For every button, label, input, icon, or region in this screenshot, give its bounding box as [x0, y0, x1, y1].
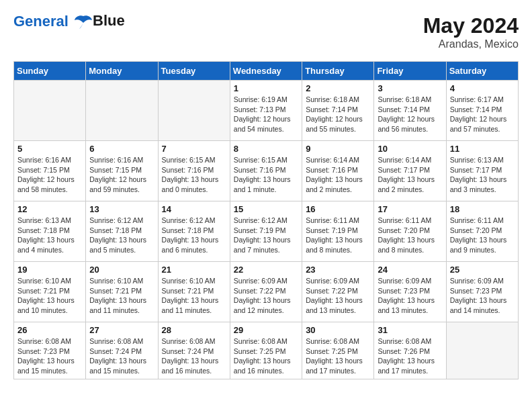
- day-number: 12: [17, 204, 82, 214]
- day-info: Sunrise: 6:08 AM Sunset: 7:25 PM Dayligh…: [234, 336, 298, 376]
- calendar-cell: 23Sunrise: 6:09 AM Sunset: 7:22 PM Dayli…: [302, 262, 374, 322]
- day-info: Sunrise: 6:16 AM Sunset: 7:15 PM Dayligh…: [89, 155, 154, 195]
- logo: General Blue: [13, 13, 125, 30]
- day-info: Sunrise: 6:12 AM Sunset: 7:18 PM Dayligh…: [162, 216, 226, 255]
- header-thursday: Thursday: [302, 62, 374, 81]
- logo-text: General Blue: [13, 13, 125, 30]
- day-info: Sunrise: 6:14 AM Sunset: 7:17 PM Dayligh…: [378, 155, 442, 195]
- calendar-cell: 9Sunrise: 6:14 AM Sunset: 7:16 PM Daylig…: [302, 141, 374, 201]
- day-number: 29: [234, 325, 298, 335]
- calendar-cell: 14Sunrise: 6:12 AM Sunset: 7:18 PM Dayli…: [158, 201, 230, 262]
- day-number: 11: [450, 144, 515, 154]
- calendar-cell: 15Sunrise: 6:12 AM Sunset: 7:19 PM Dayli…: [230, 201, 302, 262]
- calendar-header-row: SundayMondayTuesdayWednesdayThursdayFrid…: [14, 62, 519, 81]
- location-title: Arandas, Mexico: [423, 38, 519, 50]
- day-info: Sunrise: 6:09 AM Sunset: 7:23 PM Dayligh…: [378, 276, 442, 316]
- calendar-cell: 26Sunrise: 6:08 AM Sunset: 7:23 PM Dayli…: [14, 322, 86, 379]
- day-info: Sunrise: 6:16 AM Sunset: 7:15 PM Dayligh…: [17, 155, 82, 195]
- day-number: 17: [378, 204, 442, 214]
- day-info: Sunrise: 6:14 AM Sunset: 7:16 PM Dayligh…: [306, 155, 370, 195]
- day-info: Sunrise: 6:12 AM Sunset: 7:19 PM Dayligh…: [234, 216, 298, 255]
- day-number: 10: [378, 144, 442, 154]
- day-info: Sunrise: 6:08 AM Sunset: 7:23 PM Dayligh…: [17, 336, 82, 376]
- day-number: 18: [450, 204, 515, 214]
- day-info: Sunrise: 6:11 AM Sunset: 7:20 PM Dayligh…: [450, 216, 515, 255]
- calendar-cell: 10Sunrise: 6:14 AM Sunset: 7:17 PM Dayli…: [374, 141, 446, 201]
- calendar-cell: 17Sunrise: 6:11 AM Sunset: 7:20 PM Dayli…: [374, 201, 446, 262]
- day-info: Sunrise: 6:18 AM Sunset: 7:14 PM Dayligh…: [378, 95, 442, 134]
- day-number: 4: [450, 83, 515, 93]
- day-info: Sunrise: 6:09 AM Sunset: 7:23 PM Dayligh…: [450, 276, 515, 316]
- day-number: 15: [234, 204, 298, 214]
- day-number: 19: [17, 265, 82, 275]
- day-number: 25: [450, 265, 515, 275]
- calendar-cell: 29Sunrise: 6:08 AM Sunset: 7:25 PM Dayli…: [230, 322, 302, 379]
- day-info: Sunrise: 6:19 AM Sunset: 7:13 PM Dayligh…: [234, 95, 298, 134]
- calendar-cell: 7Sunrise: 6:15 AM Sunset: 7:16 PM Daylig…: [158, 141, 230, 201]
- calendar-cell: 28Sunrise: 6:08 AM Sunset: 7:24 PM Dayli…: [158, 322, 230, 379]
- calendar-cell: 22Sunrise: 6:09 AM Sunset: 7:22 PM Dayli…: [230, 262, 302, 322]
- calendar-week-4: 19Sunrise: 6:10 AM Sunset: 7:21 PM Dayli…: [14, 262, 519, 322]
- calendar-week-2: 5Sunrise: 6:16 AM Sunset: 7:15 PM Daylig…: [14, 141, 519, 201]
- logo-line1: General: [13, 13, 69, 30]
- page-header: General Blue May 2024 Arandas, Mexico: [13, 13, 519, 50]
- logo-line2: Blue: [93, 12, 125, 29]
- day-info: Sunrise: 6:08 AM Sunset: 7:24 PM Dayligh…: [89, 336, 154, 376]
- day-info: Sunrise: 6:08 AM Sunset: 7:26 PM Dayligh…: [378, 336, 442, 376]
- calendar-cell: 8Sunrise: 6:15 AM Sunset: 7:16 PM Daylig…: [230, 141, 302, 201]
- day-number: 5: [17, 144, 82, 154]
- day-number: 28: [162, 325, 226, 335]
- day-info: Sunrise: 6:10 AM Sunset: 7:21 PM Dayligh…: [17, 276, 82, 316]
- header-friday: Friday: [374, 62, 446, 81]
- calendar-cell: 19Sunrise: 6:10 AM Sunset: 7:21 PM Dayli…: [14, 262, 86, 322]
- day-number: 3: [378, 83, 442, 93]
- calendar-cell: 12Sunrise: 6:13 AM Sunset: 7:18 PM Dayli…: [14, 201, 86, 262]
- calendar-cell: [86, 81, 158, 141]
- day-info: Sunrise: 6:11 AM Sunset: 7:20 PM Dayligh…: [378, 216, 442, 255]
- calendar-cell: 3Sunrise: 6:18 AM Sunset: 7:14 PM Daylig…: [374, 81, 446, 141]
- day-info: Sunrise: 6:13 AM Sunset: 7:17 PM Dayligh…: [450, 155, 515, 195]
- calendar-cell: 16Sunrise: 6:11 AM Sunset: 7:19 PM Dayli…: [302, 201, 374, 262]
- calendar-week-5: 26Sunrise: 6:08 AM Sunset: 7:23 PM Dayli…: [14, 322, 519, 379]
- logo-bird-icon: [74, 15, 93, 30]
- header-tuesday: Tuesday: [158, 62, 230, 81]
- day-number: 13: [89, 204, 154, 214]
- calendar-cell: 2Sunrise: 6:18 AM Sunset: 7:14 PM Daylig…: [302, 81, 374, 141]
- day-number: 22: [234, 265, 298, 275]
- calendar-cell: 21Sunrise: 6:10 AM Sunset: 7:21 PM Dayli…: [158, 262, 230, 322]
- calendar-cell: 11Sunrise: 6:13 AM Sunset: 7:17 PM Dayli…: [446, 141, 518, 201]
- day-info: Sunrise: 6:15 AM Sunset: 7:16 PM Dayligh…: [162, 155, 226, 195]
- calendar-table: SundayMondayTuesdayWednesdayThursdayFrid…: [13, 61, 519, 379]
- header-wednesday: Wednesday: [230, 62, 302, 81]
- day-number: 31: [378, 325, 442, 335]
- day-info: Sunrise: 6:10 AM Sunset: 7:21 PM Dayligh…: [89, 276, 154, 316]
- day-number: 20: [89, 265, 154, 275]
- calendar-cell: 20Sunrise: 6:10 AM Sunset: 7:21 PM Dayli…: [86, 262, 158, 322]
- calendar-week-3: 12Sunrise: 6:13 AM Sunset: 7:18 PM Dayli…: [14, 201, 519, 262]
- day-info: Sunrise: 6:10 AM Sunset: 7:21 PM Dayligh…: [162, 276, 226, 316]
- day-number: 1: [234, 83, 298, 93]
- calendar-cell: 5Sunrise: 6:16 AM Sunset: 7:15 PM Daylig…: [14, 141, 86, 201]
- calendar-week-1: 1Sunrise: 6:19 AM Sunset: 7:13 PM Daylig…: [14, 81, 519, 141]
- day-number: 16: [306, 204, 370, 214]
- calendar-cell: 4Sunrise: 6:17 AM Sunset: 7:14 PM Daylig…: [446, 81, 518, 141]
- day-info: Sunrise: 6:08 AM Sunset: 7:24 PM Dayligh…: [162, 336, 226, 376]
- calendar-cell: 1Sunrise: 6:19 AM Sunset: 7:13 PM Daylig…: [230, 81, 302, 141]
- day-number: 14: [162, 204, 226, 214]
- calendar-cell: 25Sunrise: 6:09 AM Sunset: 7:23 PM Dayli…: [446, 262, 518, 322]
- day-number: 21: [162, 265, 226, 275]
- calendar-cell: 13Sunrise: 6:12 AM Sunset: 7:18 PM Dayli…: [86, 201, 158, 262]
- day-info: Sunrise: 6:11 AM Sunset: 7:19 PM Dayligh…: [306, 216, 370, 255]
- day-info: Sunrise: 6:15 AM Sunset: 7:16 PM Dayligh…: [234, 155, 298, 195]
- calendar-cell: 18Sunrise: 6:11 AM Sunset: 7:20 PM Dayli…: [446, 201, 518, 262]
- calendar-cell: [14, 81, 86, 141]
- day-info: Sunrise: 6:18 AM Sunset: 7:14 PM Dayligh…: [306, 95, 370, 134]
- calendar-cell: 31Sunrise: 6:08 AM Sunset: 7:26 PM Dayli…: [374, 322, 446, 379]
- day-info: Sunrise: 6:12 AM Sunset: 7:18 PM Dayligh…: [89, 216, 154, 255]
- header-saturday: Saturday: [446, 62, 518, 81]
- day-number: 30: [306, 325, 370, 335]
- day-number: 27: [89, 325, 154, 335]
- calendar-cell: [446, 322, 518, 379]
- day-info: Sunrise: 6:13 AM Sunset: 7:18 PM Dayligh…: [17, 216, 82, 255]
- header-monday: Monday: [86, 62, 158, 81]
